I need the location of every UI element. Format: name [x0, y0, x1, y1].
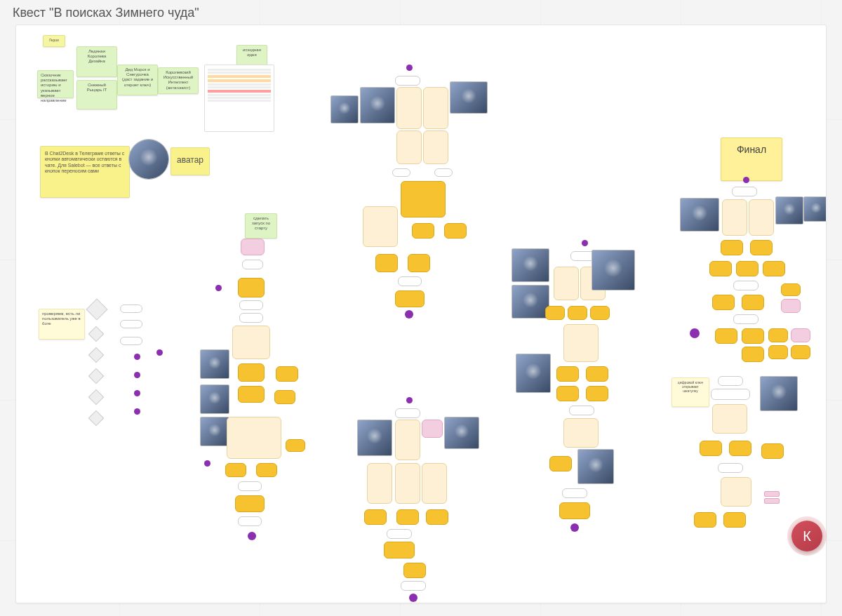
- flow-block[interactable]: [733, 314, 759, 324]
- flow-block[interactable]: [225, 463, 246, 477]
- flow-block[interactable]: [423, 130, 448, 164]
- sticky-ai-queen[interactable]: Королевский Искусственный Интеллект (ант…: [158, 67, 199, 94]
- decision-node[interactable]: [88, 389, 105, 406]
- flow-block[interactable]: [736, 261, 759, 276]
- flow-block[interactable]: [395, 290, 425, 307]
- flow-dot[interactable]: [156, 349, 163, 356]
- flow-block[interactable]: [364, 509, 387, 525]
- flow-block[interactable]: [556, 366, 579, 382]
- flow-block[interactable]: [694, 512, 716, 528]
- flow-block[interactable]: [563, 324, 599, 362]
- flow-block[interactable]: [723, 512, 746, 528]
- flow-block[interactable]: [238, 363, 265, 382]
- flow-block[interactable]: [761, 443, 784, 459]
- flow-block[interactable]: [768, 345, 788, 359]
- flow-dot[interactable]: [570, 523, 579, 532]
- flow-block[interactable]: [781, 283, 801, 296]
- sticky-narrator[interactable]: Сказочник рассказывает историю и указыва…: [37, 70, 74, 98]
- decision-node[interactable]: [88, 410, 105, 427]
- flow-dot[interactable]: [134, 354, 140, 360]
- flow-block[interactable]: [732, 187, 757, 196]
- flow-block[interactable]: [392, 168, 410, 177]
- flow-block-pink[interactable]: [764, 498, 780, 504]
- decision-node[interactable]: [86, 298, 107, 320]
- flow-dot[interactable]: [743, 177, 749, 183]
- flow-block[interactable]: [274, 390, 295, 404]
- sticky-ice-queen[interactable]: Ледяная Королева Дизайна: [76, 46, 117, 77]
- flow-block[interactable]: [401, 581, 426, 591]
- flow-block[interactable]: [276, 366, 298, 382]
- flow-block[interactable]: [709, 261, 732, 276]
- sticky-avatar[interactable]: аватар: [171, 147, 210, 175]
- flow-block[interactable]: [238, 386, 265, 403]
- flow-dot[interactable]: [690, 328, 700, 338]
- flow-block[interactable]: [239, 313, 263, 323]
- flow-dot[interactable]: [248, 532, 256, 540]
- sticky-chat2desk[interactable]: В Chat2Desk в Телеграме ответы с кнопки …: [40, 146, 130, 198]
- flow-block[interactable]: [426, 509, 448, 525]
- sticky-heroes-label[interactable]: Герои: [43, 35, 65, 47]
- flow-dot[interactable]: [409, 594, 417, 602]
- flow-dot[interactable]: [134, 390, 140, 396]
- flow-block[interactable]: [590, 306, 610, 320]
- flow-block[interactable]: [721, 240, 743, 255]
- flow-block[interactable]: [711, 389, 750, 400]
- flow-block[interactable]: [423, 87, 448, 129]
- flow-block[interactable]: [235, 495, 265, 512]
- flow-dot[interactable]: [204, 460, 210, 467]
- flow-block[interactable]: [286, 439, 305, 452]
- flow-block[interactable]: [367, 463, 392, 504]
- flow-block[interactable]: [715, 328, 737, 344]
- flow-dot[interactable]: [582, 240, 588, 246]
- decision-node[interactable]: [88, 368, 105, 384]
- flow-block[interactable]: [412, 223, 434, 239]
- flow-block[interactable]: [768, 328, 788, 342]
- flow-block[interactable]: [396, 509, 419, 525]
- diagram-canvas[interactable]: Герои Сказочник рассказывает историю и у…: [15, 25, 827, 603]
- flow-block[interactable]: [395, 463, 420, 504]
- sticky-digital-key[interactable]: цифровой ключ открывает шкатулку: [671, 377, 709, 407]
- flow-dot[interactable]: [134, 408, 140, 415]
- flow-dot[interactable]: [406, 397, 413, 403]
- flow-block-pink[interactable]: [422, 420, 443, 438]
- flow-block[interactable]: [403, 563, 426, 578]
- flow-block-pink[interactable]: [781, 299, 801, 313]
- flow-block[interactable]: [563, 418, 599, 448]
- flow-block[interactable]: [120, 337, 142, 345]
- flow-block[interactable]: [733, 281, 759, 290]
- flow-block[interactable]: [700, 441, 722, 456]
- flow-block[interactable]: [742, 328, 764, 344]
- flow-block[interactable]: [545, 306, 565, 320]
- flow-block[interactable]: [722, 199, 747, 236]
- flow-block[interactable]: [422, 463, 447, 504]
- flow-block[interactable]: [559, 502, 590, 519]
- sticky-check-user[interactable]: проверяем, есть ли пользователь уже в бо…: [39, 309, 85, 340]
- flow-block[interactable]: [556, 386, 579, 401]
- flow-block[interactable]: [387, 529, 412, 539]
- sticky-source-idea[interactable]: исходная идея: [236, 45, 267, 66]
- flow-block[interactable]: [398, 276, 422, 286]
- flow-block[interactable]: [742, 347, 764, 362]
- sticky-snow-knight[interactable]: Снежный Рыцарь IT: [76, 80, 117, 109]
- fab-button[interactable]: К: [791, 521, 822, 551]
- flow-block[interactable]: [749, 199, 774, 236]
- flow-block[interactable]: [569, 406, 594, 415]
- flow-block[interactable]: [239, 300, 263, 310]
- flow-block[interactable]: [729, 441, 751, 456]
- flow-block[interactable]: [401, 181, 446, 217]
- flow-dot[interactable]: [406, 65, 413, 71]
- flow-block[interactable]: [120, 304, 142, 313]
- flow-block[interactable]: [562, 488, 587, 498]
- flow-block[interactable]: [718, 376, 743, 386]
- flow-block-pink[interactable]: [241, 239, 265, 255]
- flow-dot[interactable]: [215, 285, 222, 291]
- flow-block[interactable]: [444, 223, 467, 239]
- flow-block[interactable]: [375, 254, 398, 272]
- flow-block[interactable]: [227, 417, 281, 459]
- flow-dot[interactable]: [405, 310, 413, 319]
- decision-node[interactable]: [88, 326, 105, 342]
- flow-block[interactable]: [396, 130, 422, 164]
- flow-block[interactable]: [721, 477, 751, 507]
- decision-node[interactable]: [88, 347, 105, 363]
- sticky-final[interactable]: Финал: [721, 138, 782, 181]
